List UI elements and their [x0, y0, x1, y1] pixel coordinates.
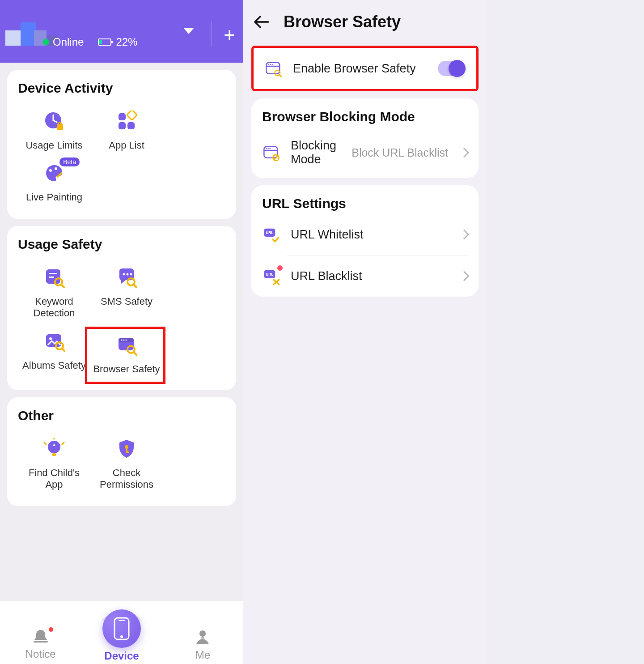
shield-key-icon — [116, 438, 137, 460]
nav-device[interactable]: Device — [81, 621, 162, 664]
usage-limits-item[interactable]: Usage Limits — [18, 106, 90, 157]
beta-badge: Beta — [59, 157, 80, 166]
blacklist-label: URL Blacklist — [291, 269, 451, 283]
device-activity-title: Device Activity — [18, 81, 230, 96]
svg-line-30 — [134, 352, 136, 355]
svg-line-19 — [134, 285, 136, 287]
svg-rect-11 — [49, 273, 57, 274]
albums-safety-item[interactable]: Albums Safety — [18, 326, 90, 381]
url-settings-card: URL Settings URL URL Whitelist URL — [251, 185, 479, 297]
svg-point-48 — [270, 64, 271, 65]
browser-safety-screen: Browser Safety Enable Browser Safety Bro… — [243, 0, 487, 664]
svg-point-41 — [120, 635, 123, 638]
back-button[interactable] — [253, 13, 270, 30]
svg-line-51 — [280, 75, 282, 77]
svg-text:URL: URL — [266, 272, 273, 277]
svg-line-34 — [62, 443, 64, 444]
clock-lock-icon — [43, 111, 65, 132]
blocking-mode-label: Blocking Mode — [291, 139, 342, 166]
svg-rect-3 — [119, 113, 126, 120]
device-screen: Online 22% + Device Activity — [0, 0, 243, 664]
url-whitelist-row[interactable]: URL URL Whitelist — [251, 214, 479, 255]
svg-point-27 — [123, 339, 125, 341]
browser-safety-item[interactable]: Browser Safety — [90, 329, 163, 381]
blocking-mode-value: Block URL Blacklist — [352, 146, 448, 159]
person-icon — [195, 629, 211, 645]
svg-point-17 — [130, 273, 132, 275]
svg-rect-5 — [127, 122, 135, 129]
app-list-item[interactable]: App List — [90, 106, 163, 157]
device-status: Online 22% — [43, 36, 137, 48]
battery-pct: 22% — [116, 36, 137, 48]
blocking-mode-row[interactable]: Blocking Mode Block URL Blacklist — [251, 127, 479, 178]
lightbulb-icon — [43, 438, 65, 460]
svg-rect-32 — [52, 453, 56, 456]
sms-safety-item[interactable]: SMS Safety — [90, 262, 163, 326]
nav-me[interactable]: Me — [162, 621, 243, 664]
svg-point-28 — [126, 339, 127, 341]
svg-line-14 — [61, 285, 64, 287]
device-bubble-icon — [102, 609, 141, 648]
enable-browser-safety-row[interactable]: Enable Browser Safety — [254, 48, 476, 89]
svg-rect-4 — [119, 122, 126, 129]
usage-safety-title: Usage Safety — [18, 237, 230, 252]
url-blacklist-row[interactable]: URL URL Blacklist — [251, 255, 479, 297]
svg-point-49 — [271, 64, 273, 65]
enable-label: Enable Browser Safety — [293, 62, 428, 76]
svg-line-23 — [62, 349, 64, 351]
battery-icon — [98, 38, 111, 46]
arrow-left-icon — [254, 16, 269, 28]
chevron-right-icon — [459, 271, 470, 281]
add-child-button[interactable]: + — [224, 25, 235, 45]
svg-rect-39 — [34, 641, 48, 643]
usage-safety-card: Usage Safety Keyword Detection — [7, 226, 236, 390]
svg-rect-44 — [201, 637, 204, 639]
browser-search-icon — [265, 60, 283, 77]
url-settings-title: URL Settings — [251, 185, 479, 214]
online-label: Online — [53, 36, 84, 48]
page-title: Browser Safety — [284, 13, 401, 31]
svg-point-31 — [48, 441, 60, 453]
other-title: Other — [18, 408, 230, 423]
bell-icon — [32, 629, 50, 644]
svg-rect-38 — [126, 451, 129, 453]
svg-point-21 — [49, 337, 52, 340]
divider — [212, 21, 212, 47]
check-permissions-item[interactable]: Check Permissions — [90, 433, 163, 497]
blocking-mode-title: Browser Blocking Mode — [251, 98, 479, 127]
find-childs-app-item[interactable]: Find Child's App — [18, 433, 90, 497]
svg-point-8 — [55, 167, 57, 170]
blocking-mode-card: Browser Blocking Mode Blocking Mode Bloc… — [251, 98, 479, 178]
chevron-right-icon — [459, 148, 470, 158]
child-dropdown[interactable] — [183, 28, 194, 34]
online-dot — [43, 39, 49, 45]
svg-point-54 — [266, 148, 267, 149]
device-header: Online 22% + — [0, 0, 243, 63]
keyword-detection-item[interactable]: Keyword Detection — [18, 262, 90, 326]
enable-card: Enable Browser Safety — [251, 46, 479, 91]
svg-rect-12 — [49, 277, 54, 278]
svg-rect-6 — [127, 111, 137, 120]
live-painting-item[interactable]: Beta Live Painting — [18, 157, 90, 209]
nav-notice[interactable]: Notice — [0, 621, 81, 664]
enable-toggle[interactable] — [438, 61, 466, 76]
whitelist-label: URL Whitelist — [291, 228, 451, 242]
browser-icon — [116, 334, 137, 356]
chevron-down-icon — [183, 28, 194, 34]
device-activity-card: Device Activity Usage Limits — [7, 70, 236, 219]
browser-block-icon — [263, 144, 280, 162]
svg-line-33 — [44, 443, 46, 444]
svg-rect-1 — [57, 124, 63, 130]
svg-point-55 — [267, 148, 269, 149]
notification-dot — [49, 627, 53, 632]
chevron-right-icon — [459, 230, 470, 240]
battery-status: 22% — [98, 36, 137, 48]
svg-point-7 — [49, 169, 52, 172]
svg-point-16 — [127, 273, 129, 275]
svg-point-47 — [268, 64, 269, 65]
keyword-icon — [43, 267, 65, 288]
albums-icon — [43, 331, 65, 352]
svg-point-43 — [199, 630, 206, 637]
sms-icon — [116, 267, 137, 288]
svg-point-26 — [121, 339, 123, 341]
